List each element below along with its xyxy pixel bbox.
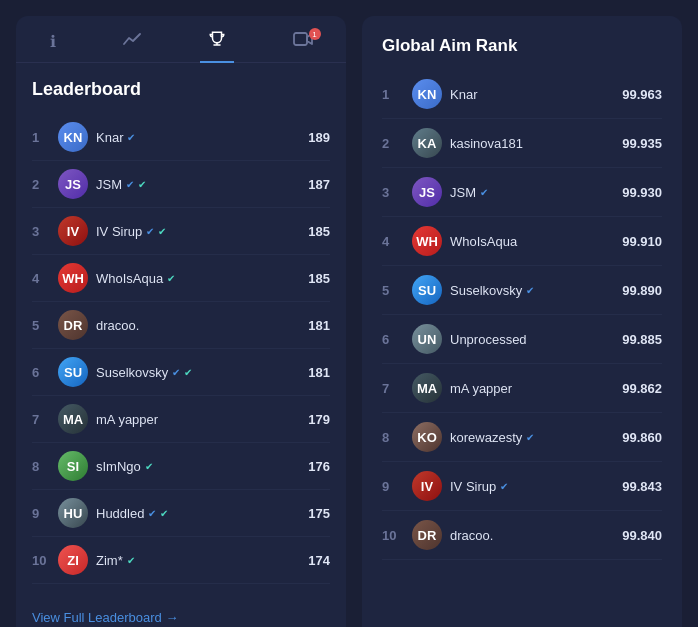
badge-verified: ✔ <box>500 481 508 492</box>
global-username: Unprocessed <box>450 332 622 347</box>
username: Suselkovsky <box>96 365 168 380</box>
avatar: WH <box>412 226 442 256</box>
username-area: Zim* ✔ <box>96 553 300 568</box>
nav-badge: 1 <box>309 28 321 40</box>
avatar: DR <box>412 520 442 550</box>
rank-number: 5 <box>32 318 50 333</box>
global-item: 10 DR dracoo. 99.840 <box>382 511 662 560</box>
badge-teal: ✔ <box>158 226 166 237</box>
badge-verified: ✔ <box>480 187 488 198</box>
username-area: Huddled ✔✔ <box>96 506 300 521</box>
global-username: Knar <box>450 87 622 102</box>
score: 181 <box>300 318 330 333</box>
global-score: 99.930 <box>622 185 662 200</box>
global-item: 5 SU Suselkovsky ✔ 99.890 <box>382 266 662 315</box>
rank-number: 8 <box>32 459 50 474</box>
global-rank-number: 2 <box>382 136 404 151</box>
global-rank-number: 1 <box>382 87 404 102</box>
view-full-link[interactable]: View Full Leaderboard → <box>16 600 346 627</box>
rank-number: 3 <box>32 224 50 239</box>
badge-teal: ✔ <box>145 461 153 472</box>
main-container: ℹ 1 Leaderboard 1 KN Knar ✔ 189 2 JS <box>0 0 698 627</box>
leaderboard-panel: Leaderboard 1 KN Knar ✔ 189 2 JS JSM ✔✔ … <box>16 63 346 600</box>
username-area: WhoIsAqua ✔ <box>96 271 300 286</box>
nav-trophy[interactable] <box>200 26 234 56</box>
nav-stats[interactable] <box>115 28 149 54</box>
global-username: korewazesty ✔ <box>450 430 622 445</box>
rank-number: 9 <box>32 506 50 521</box>
leaderboard-item: 2 JS JSM ✔✔ 187 <box>32 161 330 208</box>
global-rank-number: 5 <box>382 283 404 298</box>
username: dracoo. <box>96 318 139 333</box>
global-item: 4 WH WhoIsAqua 99.910 <box>382 217 662 266</box>
badge-teal: ✔ <box>127 555 135 566</box>
global-rank-number: 3 <box>382 185 404 200</box>
leaderboard-item: 1 KN Knar ✔ 189 <box>32 114 330 161</box>
right-panel: Global Aim Rank 1 KN Knar 99.963 2 KA ka… <box>362 16 682 627</box>
global-username: mA yapper <box>450 381 622 396</box>
avatar: KA <box>412 128 442 158</box>
username: JSM <box>96 177 122 192</box>
global-rank-number: 6 <box>382 332 404 347</box>
avatar: WH <box>58 263 88 293</box>
avatar: DR <box>58 310 88 340</box>
leaderboard-title: Leaderboard <box>32 79 330 100</box>
nav-bar: ℹ 1 <box>16 16 346 63</box>
global-item: 2 KA kasinova181 99.935 <box>382 119 662 168</box>
avatar: SU <box>58 357 88 387</box>
username-area: Knar ✔ <box>96 130 300 145</box>
avatar: SU <box>412 275 442 305</box>
leaderboard-item: 7 MA mA yapper 179 <box>32 396 330 443</box>
global-rank-list: 1 KN Knar 99.963 2 KA kasinova181 99.935… <box>382 70 662 627</box>
badge-teal: ✔ <box>184 367 192 378</box>
username: IV Sirup <box>96 224 142 239</box>
avatar: KN <box>412 79 442 109</box>
rank-number: 6 <box>32 365 50 380</box>
username-area: JSM ✔✔ <box>96 177 300 192</box>
avatar: MA <box>58 404 88 434</box>
global-item: 8 KO korewazesty ✔ 99.860 <box>382 413 662 462</box>
nav-info[interactable]: ℹ <box>42 28 64 55</box>
username: sImNgo <box>96 459 141 474</box>
badge-verified: ✔ <box>526 285 534 296</box>
avatar: JS <box>58 169 88 199</box>
global-rank-number: 10 <box>382 528 404 543</box>
global-score: 99.862 <box>622 381 662 396</box>
global-score: 99.843 <box>622 479 662 494</box>
svg-rect-0 <box>294 33 307 45</box>
avatar: UN <box>412 324 442 354</box>
global-score: 99.840 <box>622 528 662 543</box>
global-score: 99.890 <box>622 283 662 298</box>
badge-verified: ✔ <box>146 226 154 237</box>
global-username: WhoIsAqua <box>450 234 622 249</box>
username: Huddled <box>96 506 144 521</box>
global-item: 3 JS JSM ✔ 99.930 <box>382 168 662 217</box>
global-rank-number: 8 <box>382 430 404 445</box>
avatar: IV <box>412 471 442 501</box>
badge-verified: ✔ <box>126 179 134 190</box>
global-item: 9 IV IV Sirup ✔ 99.843 <box>382 462 662 511</box>
global-username: dracoo. <box>450 528 622 543</box>
username-area: Suselkovsky ✔✔ <box>96 365 300 380</box>
avatar: KN <box>58 122 88 152</box>
score: 189 <box>300 130 330 145</box>
leaderboard-item: 10 ZI Zim* ✔ 174 <box>32 537 330 584</box>
badge-verified: ✔ <box>172 367 180 378</box>
global-rank-number: 7 <box>382 381 404 396</box>
nav-video[interactable]: 1 <box>285 28 321 54</box>
global-username: IV Sirup ✔ <box>450 479 622 494</box>
username: mA yapper <box>96 412 158 427</box>
avatar: MA <box>412 373 442 403</box>
score: 185 <box>300 224 330 239</box>
rank-number: 10 <box>32 553 50 568</box>
rank-number: 7 <box>32 412 50 427</box>
rank-number: 1 <box>32 130 50 145</box>
avatar: JS <box>412 177 442 207</box>
global-rank-number: 4 <box>382 234 404 249</box>
global-rank-title: Global Aim Rank <box>382 36 662 56</box>
global-item: 1 KN Knar 99.963 <box>382 70 662 119</box>
badge-verified: ✔ <box>526 432 534 443</box>
global-score: 99.885 <box>622 332 662 347</box>
global-score: 99.935 <box>622 136 662 151</box>
leaderboard-item: 5 DR dracoo. 181 <box>32 302 330 349</box>
